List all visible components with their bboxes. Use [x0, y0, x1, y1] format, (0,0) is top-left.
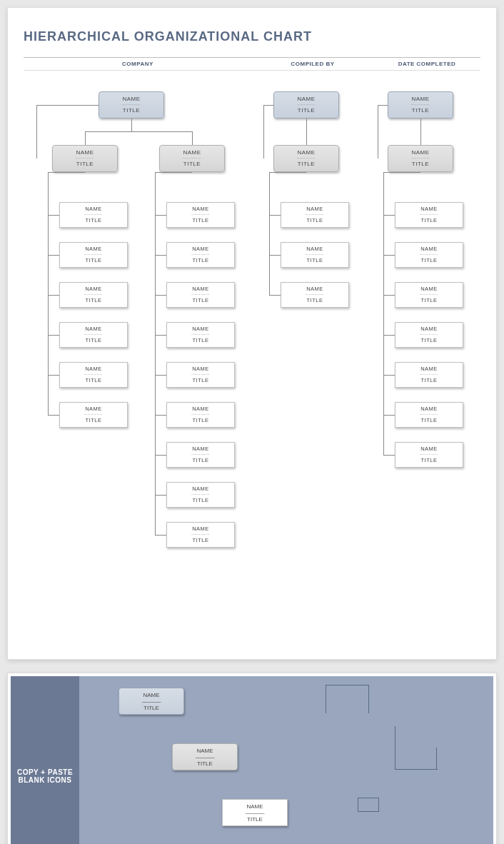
page-title: HIERARCHICAL ORGANIZATIONAL CHART [24, 29, 480, 44]
connector-line [85, 131, 192, 132]
palette-node-blue[interactable]: NAME––––––TITLE [119, 688, 184, 715]
palette-node-white[interactable]: NAME––––––TITLE [222, 799, 288, 826]
report-node[interactable]: NAME––––––TITLE [395, 442, 463, 468]
report-node[interactable]: NAME––––––TITLE [395, 322, 463, 348]
connector-line [85, 131, 86, 145]
palette-canvas: NAME––––––TITLE NAME––––––TITLE NAME––––… [79, 676, 493, 844]
connector-line [263, 105, 273, 106]
report-node[interactable]: NAME––––––TITLE [166, 482, 235, 508]
connector-line [383, 375, 395, 376]
connector-line [131, 119, 132, 131]
header-date: DATE COMPLETED [373, 61, 480, 67]
connector-line [36, 105, 99, 106]
report-node[interactable]: NAME––––––TITLE [166, 362, 235, 388]
head-node[interactable]: NAME––––––TITLE [273, 91, 339, 119]
connector-line [269, 172, 306, 173]
connector-line [155, 335, 166, 336]
report-node[interactable]: NAME––––––TITLE [59, 202, 128, 228]
org-chart: NAME––––––TITLENAME––––––TITLENAME––––––… [24, 88, 480, 631]
report-node[interactable]: NAME––––––TITLE [59, 322, 128, 348]
palette-label: COPY + PASTE BLANK ICONS [11, 676, 79, 844]
report-node[interactable]: NAME––––––TITLE [395, 402, 463, 428]
manager-node[interactable]: NAME––––––TITLE [52, 145, 118, 172]
report-node[interactable]: NAME––––––TITLE [281, 282, 349, 308]
connector-line [155, 375, 166, 376]
report-node[interactable]: NAME––––––TITLE [166, 202, 235, 228]
report-node[interactable]: NAME––––––TITLE [166, 242, 235, 268]
connector-line [383, 255, 395, 256]
report-node[interactable]: NAME––––––TITLE [166, 402, 235, 428]
connector-line [48, 415, 59, 416]
connector-line [378, 105, 378, 159]
palette-page: COPY + PASTE BLANK ICONS NAME––––––TITLE… [7, 673, 497, 844]
report-node[interactable]: NAME––––––TITLE [395, 362, 463, 388]
manager-node[interactable]: NAME––––––TITLE [388, 145, 453, 172]
connector-line [48, 375, 59, 376]
report-node[interactable]: NAME––––––TITLE [166, 322, 235, 348]
report-node[interactable]: NAME––––––TITLE [281, 242, 349, 268]
head-node[interactable]: NAME––––––TITLE [388, 91, 453, 119]
connector-line [383, 415, 395, 416]
report-node[interactable]: NAME––––––TITLE [395, 202, 463, 228]
report-node[interactable]: NAME––––––TITLE [395, 282, 463, 308]
head-node[interactable]: NAME––––––TITLE [99, 91, 164, 119]
connector-line [383, 455, 395, 456]
connector-line [48, 172, 49, 415]
header-compiled: COMPILED BY [252, 61, 373, 67]
connector-line [383, 172, 420, 173]
connector-line [155, 215, 166, 216]
report-node[interactable]: NAME––––––TITLE [59, 362, 128, 388]
palette-node-grey[interactable]: NAME––––––TITLE [172, 743, 238, 770]
connector-line [263, 105, 264, 159]
connector-line [269, 172, 270, 295]
manager-node[interactable]: NAME––––––TITLE [273, 145, 339, 172]
report-node[interactable]: NAME––––––TITLE [166, 282, 235, 308]
connector-line [383, 335, 395, 336]
document-page: HIERARCHICAL ORGANIZATIONAL CHART COMPAN… [7, 7, 497, 660]
connector-line [383, 295, 395, 296]
report-node[interactable]: NAME––––––TITLE [59, 242, 128, 268]
connector-line [48, 335, 59, 336]
report-node[interactable]: NAME––––––TITLE [166, 442, 235, 468]
connector-line [306, 119, 307, 145]
connector-line [420, 119, 421, 145]
connector-line [155, 415, 166, 416]
report-node[interactable]: NAME––––––TITLE [395, 242, 463, 268]
connector-line [48, 172, 85, 173]
connector-line [155, 172, 156, 535]
connector-line [383, 215, 395, 216]
connector-line [155, 295, 166, 296]
report-node[interactable]: NAME––––––TITLE [166, 522, 235, 548]
connector-line [269, 215, 281, 216]
connector-line [48, 295, 59, 296]
report-node[interactable]: NAME––––––TITLE [59, 282, 128, 308]
connector-line [155, 255, 166, 256]
connector-line [155, 455, 166, 456]
header-row: COMPANY COMPILED BY DATE COMPLETED [24, 57, 480, 71]
connector-line [269, 255, 281, 256]
connector-line [36, 105, 37, 159]
report-node[interactable]: NAME––––––TITLE [59, 402, 128, 428]
report-node[interactable]: NAME––––––TITLE [281, 202, 349, 228]
connector-line [155, 495, 166, 496]
connector-line [378, 105, 388, 106]
connector-line [48, 255, 59, 256]
connector-line [48, 215, 59, 216]
connector-line [155, 535, 166, 536]
header-company: COMPANY [24, 61, 252, 67]
connector-line [269, 295, 281, 296]
connector-line [192, 131, 193, 145]
connector-line [155, 172, 192, 173]
manager-node[interactable]: NAME––––––TITLE [159, 145, 225, 172]
